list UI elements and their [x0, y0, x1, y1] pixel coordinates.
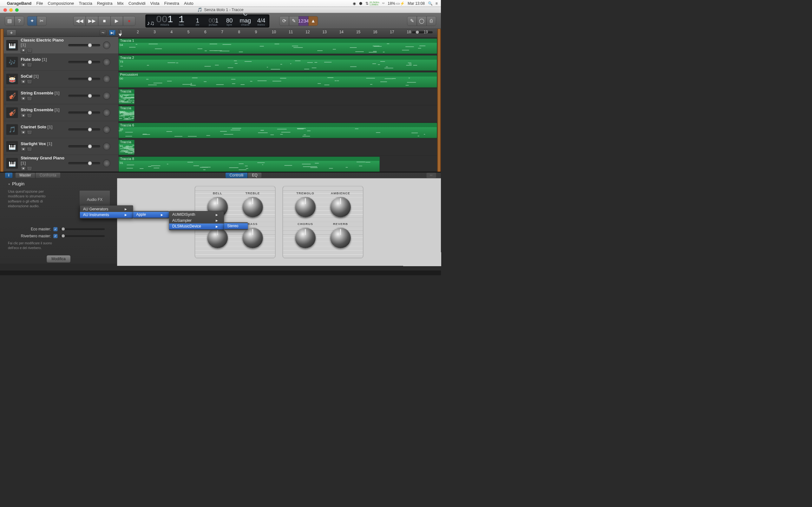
mute-button[interactable]: ✖	[20, 130, 26, 135]
volume-slider[interactable]	[68, 78, 100, 80]
cycle-button[interactable]: ⟳	[280, 16, 289, 26]
play-button[interactable]: ▶	[111, 16, 123, 26]
track-lane[interactable]: Traccia42	[119, 89, 438, 105]
tab-compare[interactable]: Confronta	[35, 172, 61, 178]
tab-master[interactable]: Master	[15, 172, 36, 178]
solo-button[interactable]: 🎧	[27, 113, 32, 118]
mute-button[interactable]: ✖	[20, 113, 26, 118]
track-lane[interactable]: Traccia40	[119, 105, 438, 122]
bass-knob[interactable]	[242, 228, 263, 248]
reverb-master-checkbox[interactable]: ✓	[53, 234, 57, 238]
notepad-button[interactable]: ✎	[407, 16, 417, 26]
mute-button[interactable]: ✖	[20, 79, 26, 84]
ambience-knob[interactable]	[330, 196, 351, 217]
menu-item[interactable]: AUMIDISynth▶	[169, 212, 224, 217]
midi-region[interactable]: Traccia 273	[119, 55, 438, 71]
menu-item[interactable]: AU Generators▶	[80, 206, 133, 212]
volume-slider[interactable]	[68, 128, 100, 131]
pan-knob[interactable]	[103, 126, 110, 133]
eco-master-slider[interactable]	[60, 228, 105, 230]
track-row[interactable]: 🎹Starlight Vox [1]✖🎧	[4, 138, 119, 155]
volume-slider[interactable]	[68, 162, 100, 164]
editors-button[interactable]: ✂	[37, 16, 46, 26]
track-lane[interactable]: Traccia 104	[119, 38, 438, 55]
menu-item[interactable]: Stereo	[224, 223, 248, 229]
reverb-master-slider[interactable]	[60, 235, 105, 237]
spotlight-icon[interactable]: 🔍	[428, 1, 433, 6]
status-clock[interactable]: Mar 13:08	[408, 1, 425, 6]
mute-button[interactable]: ✖	[20, 63, 26, 67]
count-in-button[interactable]: 1234	[299, 16, 308, 26]
plugin-menu-level3[interactable]: AUMIDISynth▶AUSampler▶DLSMusicDevice▶	[169, 211, 224, 230]
horizontal-zoom-slider[interactable]	[412, 32, 433, 34]
status-screen-icon[interactable]: ◉	[353, 1, 356, 6]
midi-region[interactable]: Traccia40	[119, 106, 135, 121]
track-row[interactable]: 🎵Clarinet Solo [1]✖🎧	[4, 121, 119, 138]
volume-slider[interactable]	[68, 112, 100, 114]
inspector-toggle[interactable]: i	[5, 172, 13, 178]
smart-controls-button[interactable]: ✦	[27, 16, 37, 26]
drive-knob[interactable]	[207, 228, 228, 248]
forward-button[interactable]: ▶▶	[86, 16, 98, 26]
track-row[interactable]: 🎹Steinway Grand Piano [1]✖🎧	[4, 155, 119, 172]
midi-region[interactable]: Traccia 668	[119, 123, 438, 138]
mute-button[interactable]: ✖	[20, 166, 26, 171]
midi-region[interactable]: Traccia91	[119, 140, 135, 155]
menu-help[interactable]: Aiuto	[184, 1, 194, 6]
track-row[interactable]: 🎻String Ensemble [1]✖🎧	[4, 88, 119, 104]
track-row[interactable]: 🥁SoCal [1]✖🎧	[4, 71, 119, 88]
record-button[interactable]: ●	[123, 16, 136, 26]
rewind-button[interactable]: ◀◀	[73, 16, 86, 26]
mute-button[interactable]: ✖	[20, 48, 26, 53]
chorus-knob[interactable]	[295, 228, 316, 248]
notification-center-icon[interactable]: ≡	[436, 1, 438, 6]
status-dropbox-icon[interactable]: ⬢	[359, 1, 362, 6]
pan-knob[interactable]	[103, 92, 110, 100]
tremolo-knob[interactable]	[295, 196, 316, 217]
menu-item[interactable]: Apple▶	[133, 212, 169, 217]
menu-share[interactable]: Condividi	[129, 1, 146, 6]
solo-button[interactable]: 🎧	[27, 96, 32, 101]
solo-button[interactable]: 🎧	[27, 130, 32, 135]
library-button[interactable]: ▤	[5, 16, 14, 26]
midi-region[interactable]: Traccia 104	[119, 39, 438, 54]
pan-knob[interactable]	[103, 58, 110, 66]
track-row[interactable]: 🎻String Ensemble [1]✖🎧	[4, 104, 119, 121]
solo-button[interactable]: 🎧	[27, 79, 32, 84]
transport-lcd[interactable]: ♪♫ 001misura 1batt. 1div 001pulsaz. 80bp…	[145, 14, 269, 27]
arpeggiator-icon[interactable]: 〰	[426, 173, 436, 178]
menu-mix[interactable]: Mix	[117, 1, 124, 6]
track-lane[interactable]: Traccia 801	[119, 156, 438, 173]
menu-track[interactable]: Traccia	[79, 1, 92, 6]
edit-button[interactable]: Modifica	[47, 255, 71, 263]
media-browser-button[interactable]: ⎙	[426, 16, 436, 26]
midi-region[interactable]: Percussioni00	[119, 72, 438, 88]
regions-area[interactable]: Traccia 104Traccia 273Percussioni00Tracc…	[119, 38, 438, 171]
solo-button[interactable]: 🎧	[27, 166, 32, 171]
volume-slider[interactable]	[68, 95, 100, 97]
midi-region[interactable]: Traccia 801	[119, 157, 380, 172]
menu-item[interactable]: AUSampler▶	[169, 218, 224, 223]
plugin-menu-level4[interactable]: Stereo	[224, 222, 248, 230]
plugin-menu-level2[interactable]: Apple▶	[133, 211, 169, 219]
track-lane[interactable]: Traccia 668	[119, 122, 438, 139]
solo-button[interactable]: 🎧	[27, 147, 32, 152]
menu-item[interactable]: DLSMusicDevice▶	[169, 223, 224, 229]
pan-knob[interactable]	[103, 42, 110, 49]
solo-button[interactable]: 🎧	[27, 48, 32, 53]
automation-toggle[interactable]: ⤳	[100, 30, 107, 36]
tab-controls[interactable]: Controlli	[225, 172, 248, 178]
volume-slider[interactable]	[68, 44, 100, 47]
track-row[interactable]: 🎶Flute Solo [1]✖🎧	[4, 54, 119, 70]
plugin-menu-level1[interactable]: AU Generators▶AU Instruments▶	[80, 205, 133, 219]
menu-window[interactable]: Finestra	[164, 1, 179, 6]
track-row[interactable]: 🎹Classic Electric Piano [1]✖🎧	[4, 37, 119, 54]
tuner-button[interactable]: ✎	[289, 16, 299, 26]
pan-knob[interactable]	[103, 75, 110, 83]
status-wifi-icon[interactable]: ⌔	[382, 1, 385, 6]
status-network-icon[interactable]: ⇅ 20,5KB/s1,6MB/s	[365, 1, 379, 6]
metronome-button[interactable]: ▲	[308, 16, 318, 26]
catch-playhead-toggle[interactable]: ▶|	[109, 30, 116, 36]
menu-view[interactable]: Vista	[150, 1, 159, 6]
track-lane[interactable]: Traccia 273	[119, 55, 438, 72]
